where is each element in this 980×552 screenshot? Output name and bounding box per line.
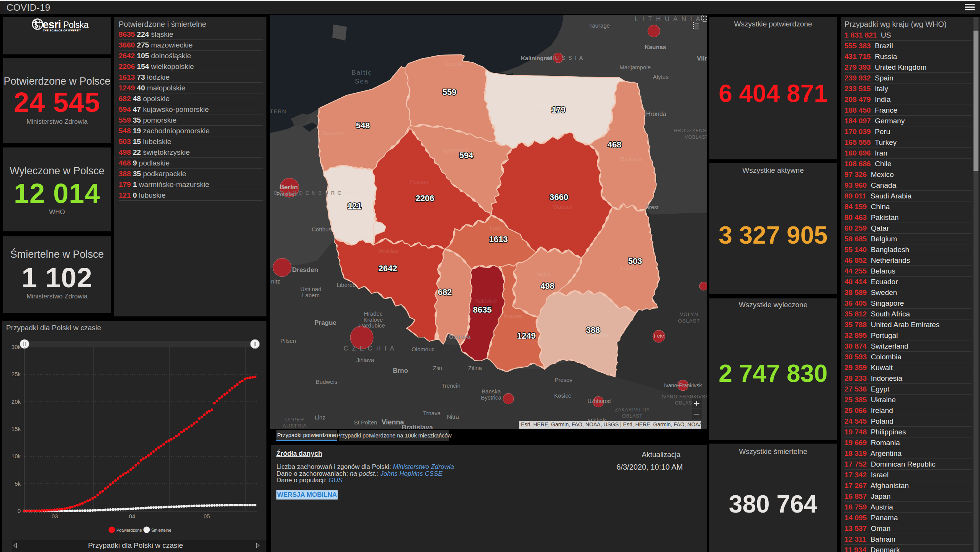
- svg-text:2642: 2642: [379, 264, 397, 273]
- svg-text:1249: 1249: [517, 331, 536, 341]
- svg-text:Krakow: Krakow: [504, 313, 523, 319]
- svg-text:Vilni: Vilni: [697, 55, 707, 62]
- svg-text:Brno: Brno: [393, 367, 408, 374]
- svg-text:Baltic: Baltic: [351, 69, 372, 76]
- svg-text:Szczecin: Szczecin: [322, 130, 344, 136]
- svg-text:Kosice: Kosice: [554, 392, 571, 399]
- svg-text:UPPER: UPPER: [285, 417, 304, 423]
- svg-text:Sea: Sea: [355, 78, 369, 85]
- svg-text:179: 179: [552, 105, 566, 115]
- svg-text:Trencin: Trencin: [441, 382, 460, 389]
- svg-text:Olsztyn: Olsztyn: [535, 102, 553, 108]
- svg-text:15k: 15k: [11, 426, 21, 432]
- svg-text:Pilsen: Pilsen: [281, 337, 296, 344]
- svg-text:St Polten: St Polten: [354, 419, 377, 426]
- svg-text:Hronda: Hronda: [646, 111, 666, 117]
- svg-text:04: 04: [129, 513, 136, 519]
- svg-text:Warsaw: Warsaw: [553, 204, 573, 210]
- svg-text:Gdansk: Gdansk: [444, 61, 463, 67]
- svg-text:Lodz: Lodz: [490, 225, 501, 231]
- svg-text:VOLYN: VOLYN: [680, 311, 698, 317]
- svg-text:121: 121: [348, 201, 362, 211]
- svg-text:3660: 3660: [550, 192, 568, 202]
- svg-text:05: 05: [204, 513, 210, 519]
- svg-text:Przypadki dla Polski w czasie: Przypadki dla Polski w czasie: [88, 541, 183, 549]
- svg-text:10k: 10k: [11, 453, 21, 459]
- svg-text:OBLAST: OBLAST: [622, 413, 642, 419]
- svg-text:03: 03: [52, 513, 58, 519]
- svg-text:30k: 30k: [11, 344, 21, 350]
- svg-text:Budweis: Budweis: [316, 378, 338, 385]
- svg-text:Lublin: Lublin: [621, 265, 635, 271]
- svg-text:Ostrava: Ostrava: [449, 333, 471, 340]
- svg-text:Bydgoszcz: Bydgoszcz: [443, 147, 469, 154]
- svg-text:Zlin: Zlin: [433, 365, 442, 371]
- svg-text:TERN: TERN: [270, 108, 287, 114]
- svg-text:Vienna: Vienna: [382, 418, 405, 426]
- svg-text:25k: 25k: [11, 371, 21, 377]
- svg-text:Alytus: Alytus: [653, 74, 669, 80]
- svg-text:Brest: Brest: [645, 204, 659, 210]
- svg-text:Marijampole: Marijampole: [619, 64, 651, 70]
- svg-text:Polska: Polska: [63, 20, 89, 30]
- svg-text:Ivano-Frankivsk: Ivano-Frankivsk: [664, 382, 702, 388]
- svg-text:B R A N D E N B U R G: B R A N D E N B U R G: [274, 190, 342, 196]
- svg-text:THE SCIENCE OF WHERE™: THE SCIENCE OF WHERE™: [43, 29, 82, 32]
- svg-text:Nitra: Nitra: [447, 413, 459, 420]
- svg-text:Zilina: Zilina: [468, 365, 482, 371]
- svg-text:Olomouc: Olomouc: [412, 346, 435, 352]
- svg-text:OBLAST: OBLAST: [678, 318, 700, 324]
- svg-text:Taurage: Taurage: [589, 22, 610, 29]
- svg-text:HRODZYENSKAYA: HRODZYENSKAYA: [674, 128, 707, 133]
- svg-text:Potwierdzone: Potwierdzone: [116, 528, 142, 532]
- svg-text:Kaunas: Kaunas: [645, 44, 666, 50]
- svg-text:2206: 2206: [416, 193, 434, 203]
- svg-text:Prague: Prague: [314, 319, 336, 326]
- svg-text:Katowice: Katowice: [475, 298, 497, 304]
- svg-text:559: 559: [443, 87, 457, 97]
- svg-text:Rzeszow: Rzeszow: [586, 332, 609, 338]
- svg-text:Esri, HERE, Garmin, FAO, NOAA,: Esri, HERE, Garmin, FAO, NOAA, USGS | Es…: [521, 421, 707, 428]
- svg-text:Śmiertelne: Śmiertelne: [151, 528, 172, 532]
- svg-text:503: 503: [628, 256, 642, 266]
- svg-text:ZAKARPATTIA: ZAKARPATTIA: [615, 407, 650, 413]
- svg-text:R U S S I A: R U S S I A: [548, 55, 584, 61]
- svg-text:Bystrica: Bystrica: [481, 394, 501, 401]
- svg-text:0: 0: [18, 508, 21, 514]
- svg-text:Cottbus: Cottbus: [312, 226, 332, 233]
- svg-text:Lviv: Lviv: [654, 333, 664, 339]
- svg-text:Jihlava: Jihlava: [356, 357, 374, 363]
- svg-text:L I T H U A N I A: L I T H U A N I A: [635, 15, 701, 23]
- svg-text:C Z E C H I A: C Z E C H I A: [343, 345, 395, 352]
- svg-text:Wroclaw: Wroclaw: [378, 248, 399, 254]
- svg-text:8635: 8635: [473, 305, 492, 314]
- svg-text:Liberec: Liberec: [336, 282, 356, 288]
- svg-text:20k: 20k: [11, 398, 21, 405]
- svg-text:Presov: Presov: [555, 377, 573, 383]
- svg-text:Gorzow: Gorzow: [336, 164, 355, 170]
- svg-text:468: 468: [608, 140, 622, 149]
- svg-text:Zielona: Zielona: [343, 194, 361, 200]
- svg-text:Trnava: Trnava: [423, 410, 441, 416]
- svg-text:548: 548: [356, 121, 370, 130]
- svg-text:nitz: nitz: [271, 278, 280, 285]
- svg-text:Linz: Linz: [315, 414, 325, 421]
- svg-text:Uzhhorod: Uzhhorod: [588, 398, 611, 404]
- svg-text:5k: 5k: [15, 480, 21, 487]
- svg-text:Przypadki dla Polski w czasie: Przypadki dla Polski w czasie: [6, 324, 101, 332]
- svg-text:Banska: Banska: [482, 388, 501, 395]
- svg-text:Hradec: Hradec: [364, 310, 383, 317]
- svg-text:Usti nad: Usti nad: [300, 286, 321, 292]
- svg-text:498: 498: [541, 281, 555, 291]
- svg-text:Dresden: Dresden: [292, 266, 318, 274]
- svg-text:AUSTRIA: AUSTRIA: [283, 423, 307, 429]
- svg-text:Pardubice: Pardubice: [359, 322, 385, 329]
- svg-text:1613: 1613: [489, 234, 508, 244]
- svg-text:Bialystok: Bialystok: [621, 156, 643, 162]
- svg-text:Labem: Labem: [302, 292, 320, 298]
- svg-text:VOBLAST: VOBLAST: [685, 134, 707, 140]
- svg-text:Poznan: Poznan: [410, 179, 428, 185]
- svg-text:Kielce: Kielce: [536, 271, 551, 277]
- svg-text:682: 682: [438, 287, 452, 297]
